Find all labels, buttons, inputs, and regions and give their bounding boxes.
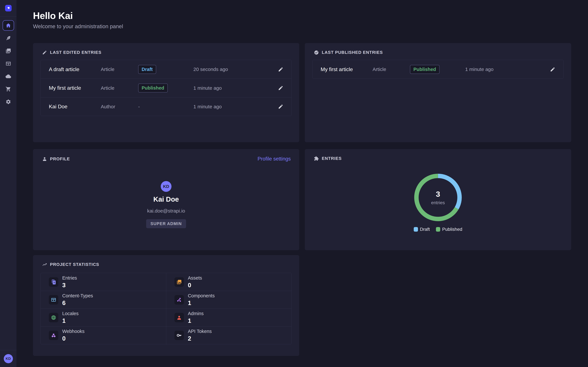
sidebar-item-marketplace[interactable] xyxy=(3,84,14,94)
last-published-entries-widget: LAST PUBLISHED ENTRIES My first article … xyxy=(305,43,571,142)
sidebar-item-home[interactable] xyxy=(3,20,14,31)
stat-label: Components xyxy=(188,293,215,299)
check-circle-icon xyxy=(314,50,319,55)
entry-type: Author xyxy=(101,104,138,109)
entry-type: Article xyxy=(372,67,410,72)
sidebar-item-content-type-builder[interactable] xyxy=(3,58,14,69)
entry-updated-time: 20 seconds ago xyxy=(193,67,278,72)
stat-locales: Locales 1 xyxy=(41,309,166,326)
table-row: My first article Article Published 1 min… xyxy=(312,60,563,79)
entries-count: 3 xyxy=(436,190,440,199)
page-title: Hello Kai xyxy=(33,10,123,21)
entry-status-cell: Draft xyxy=(138,65,193,74)
stat-label: Webhooks xyxy=(62,329,85,334)
stat-value: 1 xyxy=(188,300,215,307)
edit-entry-button[interactable] xyxy=(278,67,283,72)
page-subtitle: Welcome to your administration panel xyxy=(33,23,123,30)
webhook-icon xyxy=(49,331,58,340)
user-icon xyxy=(42,156,47,161)
entry-updated-time: 1 minute ago xyxy=(193,104,278,109)
stat-label: Admins xyxy=(188,311,204,316)
widget-title: ENTRIES xyxy=(322,156,342,161)
widget-header: LAST PUBLISHED ENTRIES xyxy=(305,43,571,55)
status-badge: Published xyxy=(410,65,440,74)
strapi-logo[interactable] xyxy=(5,5,12,11)
widget-title: LAST PUBLISHED ENTRIES xyxy=(322,50,383,55)
widget-title: PROJECT STATISTICS xyxy=(50,262,99,267)
entry-type: Article xyxy=(101,67,138,72)
profile-avatar: KD xyxy=(161,181,172,192)
entry-updated-time: 1 minute ago xyxy=(193,85,278,91)
legend-label: Published xyxy=(442,227,462,232)
trend-up-icon xyxy=(42,262,47,267)
profile-settings-link[interactable]: Profile settings xyxy=(258,156,291,162)
stat-text: Entries 3 xyxy=(62,275,77,289)
legend-item: Draft xyxy=(414,227,430,232)
user-avatar[interactable]: KD xyxy=(4,354,13,363)
key-icon xyxy=(174,331,184,340)
stat-value: 6 xyxy=(62,300,93,307)
sidebar-footer: KD xyxy=(0,350,17,367)
sidebar-item-media-library[interactable] xyxy=(3,46,14,56)
pictures-icon xyxy=(174,277,184,287)
stat-value: 1 xyxy=(62,317,78,324)
widget-title: PROFILE xyxy=(50,156,70,161)
chart-legend: Draft Published xyxy=(305,227,571,232)
profile-name: Kai Doe xyxy=(153,195,179,203)
sidebar-item-content-manager[interactable] xyxy=(3,33,14,43)
sidebar: KD xyxy=(0,0,17,367)
sidebar-item-deploy[interactable] xyxy=(3,71,14,82)
profile-widget: PROFILE Profile settings KD Kai Doe kai.… xyxy=(33,149,299,250)
stat-webhooks: Webhooks 0 xyxy=(41,326,166,344)
last-edited-entries-widget: LAST EDITED ENTRIES A draft article Arti… xyxy=(33,43,299,142)
legend-swatch xyxy=(414,227,418,232)
edit-entry-button[interactable] xyxy=(278,104,283,109)
legend-swatch xyxy=(436,227,440,232)
stat-text: Webhooks 0 xyxy=(62,329,85,342)
stat-assets: Assets 0 xyxy=(166,273,292,291)
status-badge: Published xyxy=(138,83,168,92)
stat-value: 3 xyxy=(62,282,77,289)
entry-name: Kai Doe xyxy=(49,104,101,110)
edit-entry-button[interactable] xyxy=(550,67,555,72)
stat-text: API Tokens 2 xyxy=(188,329,212,342)
widget-header: LAST EDITED ENTRIES xyxy=(33,43,299,55)
stat-entries: Entries 3 xyxy=(41,273,166,291)
entry-status-cell: Published xyxy=(410,65,465,74)
stat-text: Locales 1 xyxy=(62,311,78,324)
nodes-icon xyxy=(174,295,184,305)
entry-type: Article xyxy=(101,85,138,91)
status-badge: - xyxy=(138,104,140,109)
widget-header: PROFILE Profile settings xyxy=(33,149,299,162)
stat-content-types: Content-Types 6 xyxy=(41,291,166,309)
stat-text: Components 1 xyxy=(188,293,215,307)
stat-value: 2 xyxy=(188,335,212,342)
layout-icon xyxy=(49,295,58,305)
documents-icon xyxy=(49,277,58,287)
stat-value: 0 xyxy=(188,282,202,289)
stat-label: Content-Types xyxy=(62,293,93,299)
last-published-table: My first article Article Published 1 min… xyxy=(312,60,564,79)
entry-status-cell: - xyxy=(138,104,193,109)
profile-role-badge: SUPER ADMIN xyxy=(146,219,186,228)
stat-api-tokens: API Tokens 2 xyxy=(166,326,292,344)
stat-label: Assets xyxy=(188,275,202,281)
stat-label: Entries xyxy=(62,275,77,281)
donut-center: 3 entries xyxy=(414,173,462,222)
entries-donut-chart: 3 entries xyxy=(414,173,462,222)
sidebar-nav xyxy=(0,17,17,108)
profile-body: KD Kai Doe kai.doe@strapi.io SUPER ADMIN xyxy=(33,162,299,228)
stat-text: Content-Types 6 xyxy=(62,293,93,307)
entries-count-label: entries xyxy=(431,200,445,205)
edit-entry-button[interactable] xyxy=(278,85,283,91)
widget-header: PROJECT STATISTICS xyxy=(33,255,299,267)
page-header: Hello Kai Welcome to your administration… xyxy=(33,10,123,30)
entry-updated-time: 1 minute ago xyxy=(465,67,550,72)
widget-header: ENTRIES xyxy=(305,149,571,161)
puzzle-icon xyxy=(314,156,319,161)
status-badge: Draft xyxy=(138,65,156,74)
strapi-logo-icon xyxy=(6,6,10,10)
sidebar-item-settings[interactable] xyxy=(3,97,14,107)
stat-text: Admins 1 xyxy=(188,311,204,324)
globe-icon xyxy=(49,313,58,322)
